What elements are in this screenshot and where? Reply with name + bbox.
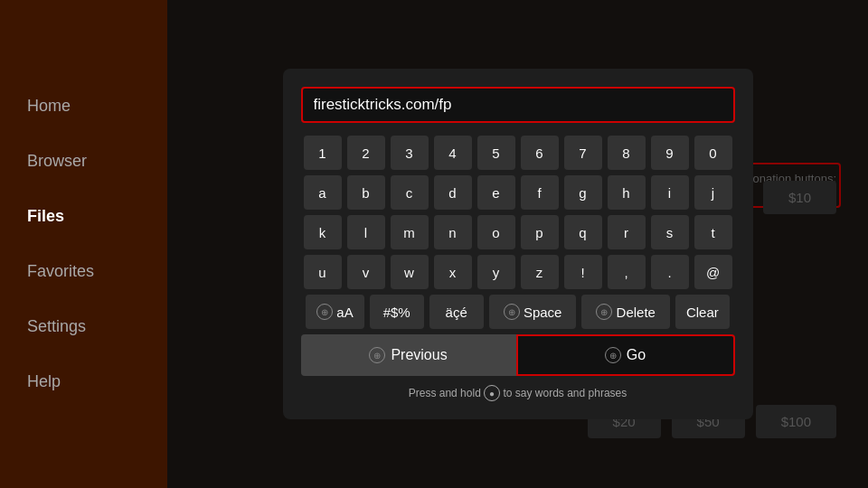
key-row-numbers: 1 2 3 4 5 6 7 8 9 0 [301, 136, 735, 170]
delete-label: Delete [617, 305, 656, 320]
sidebar-item-favorites-label: Favorites [27, 262, 94, 280]
caps-label: aA [336, 305, 353, 320]
keyboard: 1 2 3 4 5 6 7 8 9 0 a b c d e f g h [301, 136, 735, 329]
sidebar-item-settings-label: Settings [27, 317, 86, 335]
key-v[interactable]: v [347, 255, 385, 289]
space-circle-icon: ⊕ [504, 304, 520, 320]
space-label: Space [524, 305, 562, 320]
key-j[interactable]: j [694, 175, 732, 210]
key-caps[interactable]: ⊕ aA [306, 295, 364, 329]
sidebar-item-help[interactable]: Help [27, 372, 140, 391]
sidebar: Home Browser Files Favorites Settings He… [0, 0, 167, 488]
key-row-special: ⊕ aA #$% äçé ⊕ Space ⊕ Delete [301, 295, 735, 329]
accents-label: äçé [446, 305, 467, 320]
key-u[interactable]: u [304, 255, 342, 289]
key-space[interactable]: ⊕ Space [489, 295, 577, 329]
caps-circle-icon: ⊕ [316, 304, 333, 320]
key-row-aj: a b c d e f g h i j [301, 175, 735, 210]
sidebar-item-browser[interactable]: Browser [27, 152, 140, 171]
symbols-label: #$% [383, 305, 410, 320]
key-delete[interactable]: ⊕ Delete [581, 295, 670, 329]
go-button[interactable]: ⊕ Go [516, 334, 735, 376]
key-m[interactable]: m [391, 215, 429, 249]
sidebar-item-home[interactable]: Home [27, 97, 140, 116]
previous-label: Previous [391, 347, 447, 363]
key-w[interactable]: w [391, 255, 429, 289]
key-0[interactable]: 0 [694, 136, 732, 170]
key-comma[interactable]: , [608, 255, 646, 289]
go-circle-icon: ⊕ [605, 347, 621, 363]
key-c[interactable]: c [391, 175, 429, 210]
key-o[interactable]: o [477, 215, 515, 249]
key-7[interactable]: 7 [564, 136, 602, 170]
voice-hint-suffix: to say words and phrases [503, 387, 627, 399]
key-accents[interactable]: äçé [429, 295, 484, 329]
key-h[interactable]: h [608, 175, 646, 210]
bottom-action-row: ⊕ Previous ⊕ Go [301, 334, 735, 376]
key-x[interactable]: x [434, 255, 472, 289]
key-4[interactable]: 4 [434, 136, 472, 170]
key-k[interactable]: k [304, 215, 342, 249]
key-y[interactable]: y [477, 255, 515, 289]
key-n[interactable]: n [434, 215, 472, 249]
sidebar-item-settings[interactable]: Settings [27, 317, 140, 336]
key-q[interactable]: q [564, 215, 602, 249]
key-1[interactable]: 1 [304, 136, 342, 170]
voice-hint: Press and hold ● to say words and phrase… [301, 385, 735, 401]
key-3[interactable]: 3 [391, 136, 429, 170]
sidebar-item-files-label: Files [27, 207, 64, 225]
key-exclaim[interactable]: ! [564, 255, 602, 289]
keyboard-dialog: 1 2 3 4 5 6 7 8 9 0 a b c d e f g h [283, 69, 753, 419]
key-i[interactable]: i [651, 175, 689, 210]
key-6[interactable]: 6 [521, 136, 559, 170]
key-at[interactable]: @ [694, 255, 732, 289]
delete-circle-icon: ⊕ [596, 304, 612, 320]
url-input-row [301, 87, 735, 123]
previous-button[interactable]: ⊕ Previous [301, 334, 516, 376]
keyboard-overlay: 1 2 3 4 5 6 7 8 9 0 a b c d e f g h [167, 0, 868, 488]
key-clear[interactable]: Clear [675, 295, 730, 329]
voice-icon: ● [484, 385, 500, 401]
key-row-uz: u v w x y z ! , . @ [301, 255, 735, 289]
previous-circle-icon: ⊕ [369, 347, 385, 363]
key-d[interactable]: d [434, 175, 472, 210]
key-9[interactable]: 9 [651, 136, 689, 170]
key-t[interactable]: t [694, 215, 732, 249]
voice-hint-text: Press and hold [409, 387, 484, 399]
key-2[interactable]: 2 [347, 136, 385, 170]
sidebar-item-help-label: Help [27, 372, 61, 390]
key-symbols[interactable]: #$% [370, 295, 424, 329]
key-r[interactable]: r [608, 215, 646, 249]
key-p[interactable]: p [521, 215, 559, 249]
key-8[interactable]: 8 [608, 136, 646, 170]
sidebar-item-favorites[interactable]: Favorites [27, 262, 140, 281]
sidebar-item-home-label: Home [27, 97, 71, 115]
key-period[interactable]: . [651, 255, 689, 289]
url-input[interactable] [301, 87, 735, 123]
key-e[interactable]: e [477, 175, 515, 210]
key-g[interactable]: g [564, 175, 602, 210]
key-z[interactable]: z [521, 255, 559, 289]
key-f[interactable]: f [521, 175, 559, 210]
key-b[interactable]: b [347, 175, 385, 210]
go-label: Go [627, 347, 646, 363]
key-l[interactable]: l [347, 215, 385, 249]
key-s[interactable]: s [651, 215, 689, 249]
clear-label: Clear [686, 305, 719, 320]
key-5[interactable]: 5 [477, 136, 515, 170]
key-row-kt: k l m n o p q r s t [301, 215, 735, 249]
sidebar-item-files[interactable]: Files [27, 207, 140, 226]
key-a[interactable]: a [304, 175, 342, 210]
sidebar-item-browser-label: Browser [27, 152, 87, 170]
